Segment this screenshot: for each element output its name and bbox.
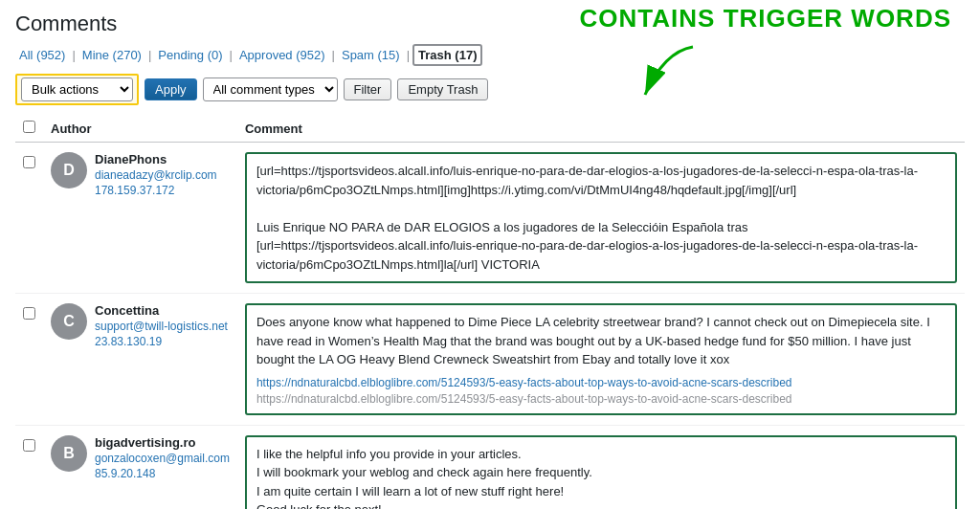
comment-link[interactable]: https://ndnaturalcbd.elbloglibre.com/512…: [256, 376, 792, 389]
comment-cell: [url=https://tjsportsvideos.alcall.info/…: [237, 143, 965, 294]
author-ip[interactable]: 85.9.20.148: [95, 467, 230, 480]
author-ip[interactable]: 178.159.37.172: [95, 184, 217, 197]
comment-cell: I like the helpful info you provide in y…: [237, 425, 965, 509]
author-details: DianePhons dianeadazy@krclip.com 178.159…: [95, 152, 217, 197]
empty-trash-button[interactable]: Empty Trash: [397, 78, 488, 100]
author-info: D DianePhons dianeadazy@krclip.com 178.1…: [51, 152, 230, 197]
author-cell: B bigadvertising.ro gonzalocoxen@gmail.c…: [43, 425, 237, 509]
comment-cell: Does anyone know what happened to Dime P…: [237, 294, 965, 426]
row-checkbox[interactable]: [23, 156, 35, 168]
author-details: bigadvertising.ro gonzalocoxen@gmail.com…: [95, 435, 230, 480]
author-info: C Concettina support@twill-logistics.net…: [51, 303, 230, 348]
trigger-arrow: [607, 42, 722, 122]
comments-tabs: All (952) | Mine (270) | Pending (0) | A…: [15, 44, 965, 66]
table-row: B bigadvertising.ro gonzalocoxen@gmail.c…: [15, 425, 965, 509]
tab-spam[interactable]: Spam (15): [338, 46, 404, 64]
author-email[interactable]: gonzalocoxen@gmail.com: [95, 452, 230, 465]
comments-table: Author Comment D DianePhons dianeadazy@k…: [15, 115, 965, 509]
comment-col-header: Comment: [237, 115, 965, 143]
author-ip[interactable]: 23.83.130.19: [95, 335, 228, 348]
avatar: C: [51, 303, 87, 340]
row-checkbox[interactable]: [23, 439, 35, 452]
author-name: Concettina: [95, 303, 228, 318]
author-info: B bigadvertising.ro gonzalocoxen@gmail.c…: [51, 435, 230, 480]
author-name: DianePhons: [95, 152, 217, 166]
table-row: D DianePhons dianeadazy@krclip.com 178.1…: [15, 143, 965, 294]
tab-pending[interactable]: Pending (0): [154, 46, 226, 64]
comment-box: [url=https://tjsportsvideos.alcall.info/…: [245, 152, 957, 283]
author-col-header: Author: [43, 115, 237, 143]
avatar: D: [51, 152, 87, 188]
author-details: Concettina support@twill-logistics.net 2…: [95, 303, 228, 348]
tab-all[interactable]: All (952): [15, 46, 69, 64]
table-row: C Concettina support@twill-logistics.net…: [15, 294, 965, 426]
tab-mine[interactable]: Mine (270): [78, 46, 145, 64]
toolbar: Bulk actions Unapprove Approve Mark as s…: [15, 74, 965, 105]
trigger-words-text: CONTAINS TRIGGER WORDS: [580, 4, 951, 33]
trigger-annotation: CONTAINS TRIGGER WORDS: [580, 4, 951, 33]
author-cell: C Concettina support@twill-logistics.net…: [43, 294, 237, 426]
apply-button[interactable]: Apply: [145, 78, 197, 100]
author-email[interactable]: support@twill-logistics.net: [95, 320, 228, 333]
comment-box: Does anyone know what happened to Dime P…: [245, 303, 957, 415]
comment-text: Does anyone know what happened to Dime P…: [256, 313, 946, 369]
select-all-col: [15, 115, 43, 143]
comment-link-gray: https://ndnaturalcbd.elbloglibre.com/512…: [256, 392, 792, 406]
author-cell: D DianePhons dianeadazy@krclip.com 178.1…: [43, 143, 237, 294]
comment-type-select[interactable]: All comment types Comments Pings: [203, 77, 338, 101]
filter-button[interactable]: Filter: [344, 78, 392, 100]
comment-text: I like the helpful info you provide in y…: [256, 445, 946, 510]
bulk-actions-select[interactable]: Bulk actions Unapprove Approve Mark as s…: [21, 77, 133, 101]
avatar: B: [51, 435, 87, 472]
author-name: bigadvertising.ro: [95, 435, 230, 450]
bulk-actions-wrapper: Bulk actions Unapprove Approve Mark as s…: [15, 74, 139, 105]
tab-trash[interactable]: Trash (17): [412, 44, 482, 66]
author-email[interactable]: dianeadazy@krclip.com: [95, 168, 217, 182]
tab-approved[interactable]: Approved (952): [235, 46, 329, 64]
comment-text: [url=https://tjsportsvideos.alcall.info/…: [256, 162, 946, 274]
select-all-checkbox[interactable]: [23, 121, 35, 133]
row-checkbox[interactable]: [23, 307, 35, 320]
comment-box: I like the helpful info you provide in y…: [245, 435, 957, 510]
